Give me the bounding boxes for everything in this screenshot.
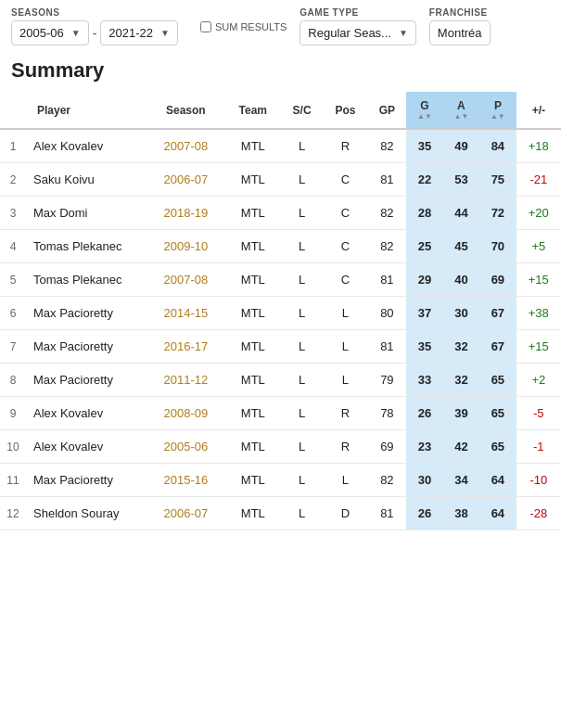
cell-sc: L	[281, 163, 323, 197]
cell-plusminus: +2	[516, 364, 561, 397]
cell-sc: L	[281, 197, 323, 230]
sum-results-checkbox[interactable]	[200, 21, 211, 32]
seasons-label: SEASONS	[11, 7, 178, 18]
stats-table: Player Season Team S/C Pos GP G▲▼ A▲▼ P▲…	[0, 92, 561, 530]
cell-g: 25	[406, 230, 442, 263]
cell-sc: L	[281, 330, 323, 364]
col-g[interactable]: G▲▼	[406, 92, 442, 129]
cell-p: 64	[479, 497, 516, 530]
cell-rank: 4	[0, 230, 26, 263]
cell-player: Alex Kovalev	[26, 397, 147, 430]
cell-team: MTL	[225, 497, 281, 530]
cell-player: Sheldon Souray	[26, 497, 147, 530]
cell-g: 22	[406, 163, 442, 197]
cell-p: 67	[479, 297, 516, 330]
cell-player: Max Pacioretty	[26, 364, 147, 397]
cell-plusminus: -5	[516, 397, 561, 430]
cell-season: 2006-07	[147, 163, 225, 197]
cell-gp: 82	[368, 464, 407, 497]
game-type-select[interactable]: Regular Seas... ▼	[300, 20, 416, 45]
col-pos: Pos	[323, 92, 367, 129]
col-a[interactable]: A▲▼	[443, 92, 479, 129]
table-row: 10 Alex Kovalev 2005-06 MTL L R 69 23 42…	[0, 430, 561, 464]
summary-title: Summary	[0, 51, 561, 92]
cell-p: 65	[479, 397, 516, 430]
cell-gp: 82	[368, 129, 407, 163]
cell-season: 2011-12	[147, 364, 225, 397]
season-to-select[interactable]: 2021-22 ▼	[100, 20, 178, 45]
cell-a: 38	[443, 497, 479, 530]
cell-team: MTL	[225, 464, 281, 497]
cell-rank: 11	[0, 464, 26, 497]
cell-season: 2016-17	[147, 330, 225, 364]
col-gp: GP	[368, 92, 407, 129]
franchise-select[interactable]: Montréa	[429, 20, 491, 45]
cell-gp: 81	[368, 497, 407, 530]
cell-player: Alex Kovalev	[26, 430, 147, 464]
cell-g: 30	[406, 464, 442, 497]
table-row: 5 Tomas Plekanec 2007-08 MTL L C 81 29 4…	[0, 263, 561, 297]
cell-team: MTL	[225, 397, 281, 430]
table-row: 8 Max Pacioretty 2011-12 MTL L L 79 33 3…	[0, 364, 561, 397]
season-from-value: 2005-06	[19, 26, 64, 40]
cell-team: MTL	[225, 129, 281, 163]
cell-sc: L	[281, 129, 323, 163]
cell-g: 26	[406, 497, 442, 530]
cell-g: 33	[406, 364, 442, 397]
col-p[interactable]: P▲▼	[479, 92, 516, 129]
table-row: 2 Saku Koivu 2006-07 MTL L C 81 22 53 75…	[0, 163, 561, 197]
cell-gp: 82	[368, 197, 407, 230]
cell-pos: C	[323, 197, 367, 230]
cell-sc: L	[281, 497, 323, 530]
chevron-down-icon-2: ▼	[160, 28, 170, 38]
cell-gp: 80	[368, 297, 407, 330]
cell-g: 23	[406, 430, 442, 464]
cell-pos: L	[323, 464, 367, 497]
cell-pos: C	[323, 230, 367, 263]
cell-pos: C	[323, 163, 367, 197]
cell-season: 2018-19	[147, 197, 225, 230]
cell-p: 70	[479, 230, 516, 263]
cell-team: MTL	[225, 297, 281, 330]
cell-season: 2008-09	[147, 397, 225, 430]
cell-season: 2014-15	[147, 297, 225, 330]
cell-season: 2009-10	[147, 230, 225, 263]
cell-player: Max Pacioretty	[26, 330, 147, 364]
cell-a: 32	[443, 364, 479, 397]
season-to-value: 2021-22	[108, 26, 153, 40]
sum-results-checkbox-label[interactable]: SUM RESULTS	[200, 21, 287, 32]
cell-gp: 69	[368, 430, 407, 464]
cell-season: 2006-07	[147, 497, 225, 530]
cell-sc: L	[281, 364, 323, 397]
cell-g: 37	[406, 297, 442, 330]
cell-player: Max Pacioretty	[26, 464, 147, 497]
cell-team: MTL	[225, 163, 281, 197]
cell-player: Max Domi	[26, 197, 147, 230]
cell-a: 42	[443, 430, 479, 464]
table-header-row: Player Season Team S/C Pos GP G▲▼ A▲▼ P▲…	[0, 92, 561, 129]
cell-p: 67	[479, 330, 516, 364]
cell-a: 53	[443, 163, 479, 197]
cell-gp: 78	[368, 397, 407, 430]
cell-gp: 81	[368, 330, 407, 364]
cell-a: 30	[443, 297, 479, 330]
cell-pos: C	[323, 263, 367, 297]
cell-player: Saku Koivu	[26, 163, 147, 197]
cell-rank: 6	[0, 297, 26, 330]
cell-team: MTL	[225, 430, 281, 464]
season-from-select[interactable]: 2005-06 ▼	[11, 20, 89, 45]
cell-season: 2015-16	[147, 464, 225, 497]
sum-results-label: SUM RESULTS	[215, 21, 287, 32]
cell-a: 34	[443, 464, 479, 497]
cell-season: 2005-06	[147, 430, 225, 464]
game-type-value: Regular Seas...	[308, 26, 391, 40]
cell-rank: 12	[0, 497, 26, 530]
table-row: 9 Alex Kovalev 2008-09 MTL L R 78 26 39 …	[0, 397, 561, 430]
cell-gp: 82	[368, 230, 407, 263]
franchise-label: FRANCHISE	[429, 7, 491, 18]
table-row: 11 Max Pacioretty 2015-16 MTL L L 82 30 …	[0, 464, 561, 497]
cell-p: 72	[479, 197, 516, 230]
cell-plusminus: -1	[516, 430, 561, 464]
cell-sc: L	[281, 397, 323, 430]
cell-pos: R	[323, 430, 367, 464]
